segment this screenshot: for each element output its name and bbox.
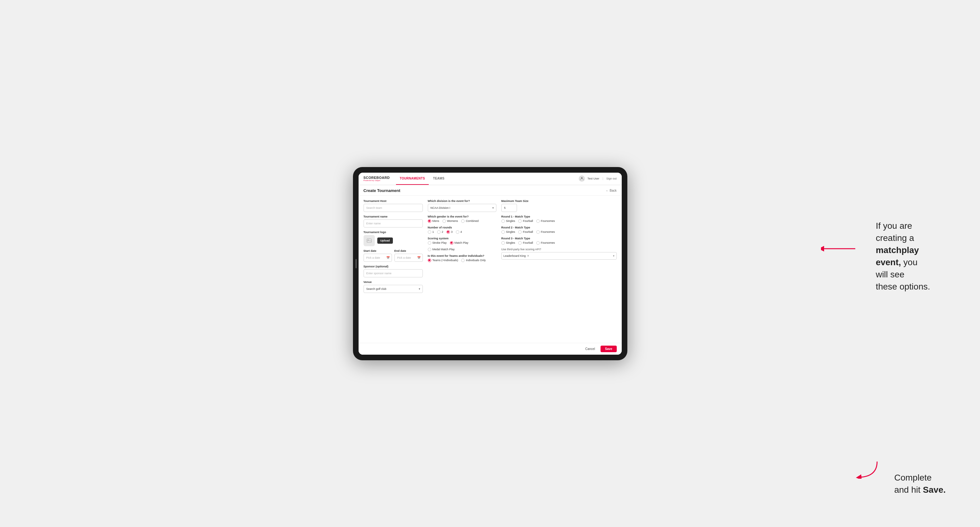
round2-fourball-radio[interactable] bbox=[518, 230, 522, 234]
round-3-radio[interactable] bbox=[447, 230, 450, 234]
round2-foursomes-radio[interactable] bbox=[536, 230, 540, 234]
form-header: Create Tournament ← Back bbox=[359, 185, 622, 196]
round-1-radio[interactable] bbox=[428, 230, 431, 234]
rounds-label: Number of rounds bbox=[428, 226, 496, 229]
teams-option[interactable]: Teams (+Individuals) bbox=[428, 259, 458, 262]
cancel-button[interactable]: Cancel bbox=[582, 346, 598, 352]
round1-singles-option[interactable]: Singles bbox=[501, 219, 515, 223]
sign-out-link[interactable]: Sign out bbox=[606, 177, 616, 180]
tournament-host-group: Tournament Host bbox=[364, 200, 423, 212]
round-2-radio[interactable] bbox=[437, 230, 441, 234]
teams-radio-group: Teams (+Individuals) Individuals Only bbox=[428, 259, 496, 262]
api-tag: Leaderboard King ✕ bbox=[504, 254, 530, 257]
nav-tab-teams[interactable]: TEAMS bbox=[430, 173, 449, 185]
round-4-option[interactable]: 4 bbox=[456, 230, 462, 234]
medal-match-play-option[interactable]: Medal Match Play bbox=[428, 248, 455, 251]
round1-foursomes-option[interactable]: Foursomes bbox=[536, 219, 555, 223]
round1-radio-group: Singles Fourball Foursomes bbox=[501, 219, 617, 223]
logo-upload-area: Upload bbox=[364, 235, 423, 246]
venue-group: Venue Search golf club bbox=[364, 281, 423, 293]
api-expand-icon[interactable]: ▾ bbox=[613, 254, 614, 257]
round2-fourball-option[interactable]: Fourball bbox=[518, 230, 533, 234]
logo-placeholder bbox=[364, 235, 375, 246]
gender-label: Which gender is the event for? bbox=[428, 215, 496, 218]
gender-womens-option[interactable]: Womens bbox=[442, 219, 458, 223]
round1-match-label: Round 1 - Match Type bbox=[501, 215, 617, 218]
nav-tab-tournaments[interactable]: TOURNAMENTS bbox=[396, 173, 429, 185]
match-play-option[interactable]: Match Play bbox=[450, 241, 469, 244]
tournament-name-group: Tournament name bbox=[364, 215, 423, 227]
sponsor-group: Sponsor (optional) bbox=[364, 265, 423, 277]
navbar: SCOREBOARD Powered by clippit TOURNAMENT… bbox=[359, 173, 622, 185]
round-3-option[interactable]: 3 bbox=[447, 230, 453, 234]
stroke-play-radio[interactable] bbox=[428, 241, 431, 244]
tournament-host-label: Tournament Host bbox=[364, 200, 423, 203]
division-select[interactable]: NCAA Division I bbox=[428, 204, 496, 212]
upload-button[interactable]: Upload bbox=[377, 238, 393, 244]
match-play-radio[interactable] bbox=[450, 241, 453, 244]
round3-foursomes-option[interactable]: Foursomes bbox=[536, 241, 555, 244]
individuals-option[interactable]: Individuals Only bbox=[461, 259, 486, 262]
round2-singles-radio[interactable] bbox=[501, 230, 505, 234]
annotation-right-text1: If you arecreating amatchplayevent, youw… bbox=[876, 221, 930, 291]
arrow-bottom bbox=[855, 460, 880, 479]
round-2-option[interactable]: 2 bbox=[437, 230, 443, 234]
api-tag-value: Leaderboard King bbox=[504, 254, 526, 257]
venue-select-wrapper: Search golf club bbox=[364, 285, 423, 293]
logo-sub: Powered by clippit bbox=[364, 179, 390, 181]
start-date-icon: 📅 bbox=[386, 256, 390, 259]
tournament-host-input[interactable] bbox=[364, 204, 423, 212]
round1-fourball-radio[interactable] bbox=[518, 219, 522, 223]
tournament-name-input[interactable] bbox=[364, 219, 423, 227]
round2-radio-group: Singles Fourball Foursomes bbox=[501, 230, 617, 234]
round3-singles-option[interactable]: Singles bbox=[501, 241, 515, 244]
scroll-indicator[interactable] bbox=[355, 259, 357, 268]
scoring-group: Scoring system Stroke Play Match Play bbox=[428, 237, 496, 251]
gender-group: Which gender is the event for? Mens Wome… bbox=[428, 215, 496, 223]
stroke-play-option[interactable]: Stroke Play bbox=[428, 241, 447, 244]
start-date-label: Start date bbox=[364, 249, 392, 252]
back-link[interactable]: ← Back bbox=[606, 189, 616, 192]
api-label: Use third-party live scoring API? bbox=[501, 248, 617, 251]
individuals-radio[interactable] bbox=[461, 259, 465, 262]
form-body: Tournament Host Tournament name Tourname… bbox=[359, 196, 622, 343]
round3-match-section: Round 3 - Match Type Singles Fourball bbox=[501, 237, 617, 244]
pipe-separator: | bbox=[602, 177, 603, 180]
max-team-size-input[interactable] bbox=[501, 204, 517, 212]
round-1-option[interactable]: 1 bbox=[428, 230, 434, 234]
gender-combined-radio[interactable] bbox=[461, 219, 465, 223]
end-date-group: End date 📅 bbox=[395, 249, 423, 262]
round3-fourball-radio[interactable] bbox=[518, 241, 522, 244]
medal-match-play-radio[interactable] bbox=[428, 248, 431, 251]
form-container: Create Tournament ← Back Tournament Host… bbox=[359, 185, 622, 355]
round1-foursomes-radio[interactable] bbox=[536, 219, 540, 223]
venue-select[interactable]: Search golf club bbox=[364, 285, 423, 293]
form-col-right: Maximum Team Size Round 1 - Match Type S… bbox=[501, 200, 617, 339]
round3-radio-group: Singles Fourball Foursomes bbox=[501, 241, 617, 244]
round2-singles-option[interactable]: Singles bbox=[501, 230, 515, 234]
round3-fourball-option[interactable]: Fourball bbox=[518, 241, 533, 244]
gender-womens-radio[interactable] bbox=[442, 219, 446, 223]
round3-singles-radio[interactable] bbox=[501, 241, 505, 244]
round1-singles-radio[interactable] bbox=[501, 219, 505, 223]
gender-combined-option[interactable]: Combined bbox=[461, 219, 479, 223]
round-4-radio[interactable] bbox=[456, 230, 459, 234]
gender-mens-option[interactable]: Mens bbox=[428, 219, 439, 223]
sponsor-input[interactable] bbox=[364, 269, 423, 277]
division-label: Which division is the event for? bbox=[428, 200, 496, 203]
tournament-name-label: Tournament name bbox=[364, 215, 423, 218]
logo-area: SCOREBOARD Powered by clippit bbox=[364, 176, 390, 181]
api-tag-wrapper[interactable]: Leaderboard King ✕ ▾ bbox=[501, 252, 617, 260]
tablet-frame: SCOREBOARD Powered by clippit TOURNAMENT… bbox=[353, 167, 627, 360]
round3-foursomes-radio[interactable] bbox=[536, 241, 540, 244]
teams-radio[interactable] bbox=[428, 259, 431, 262]
round1-fourball-option[interactable]: Fourball bbox=[518, 219, 533, 223]
api-tag-close-icon[interactable]: ✕ bbox=[527, 254, 530, 257]
tournament-logo-label: Tournament logo bbox=[364, 231, 423, 234]
form-footer: Cancel Save bbox=[359, 343, 622, 355]
scoring-label: Scoring system bbox=[428, 237, 496, 240]
division-group: Which division is the event for? NCAA Di… bbox=[428, 200, 496, 212]
save-button[interactable]: Save bbox=[601, 346, 616, 352]
round2-foursomes-option[interactable]: Foursomes bbox=[536, 230, 555, 234]
gender-mens-radio[interactable] bbox=[428, 219, 431, 223]
